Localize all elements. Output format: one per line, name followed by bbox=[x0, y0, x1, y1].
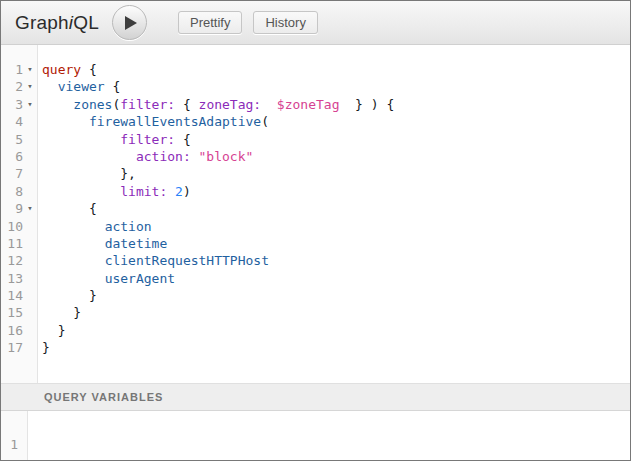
fold-spacer bbox=[23, 270, 37, 287]
code-token: } bbox=[42, 323, 65, 338]
code-token: limit: bbox=[120, 184, 167, 199]
code-line[interactable]: viewer { bbox=[42, 78, 630, 95]
code-token bbox=[42, 236, 105, 251]
fold-arrow-icon[interactable]: ▾ bbox=[23, 96, 37, 113]
code-token: filter: bbox=[120, 132, 175, 147]
code-token: firewallEventsAdaptive bbox=[89, 114, 261, 129]
gutter-row: 3▾ bbox=[1, 96, 37, 113]
gutter-row: 12 bbox=[1, 252, 37, 269]
code-token: { bbox=[175, 132, 191, 147]
line-number: 13 bbox=[1, 270, 23, 287]
prettify-button[interactable]: Prettify bbox=[178, 11, 242, 34]
line-number: 7 bbox=[1, 165, 23, 182]
code-token: query bbox=[42, 62, 81, 77]
fold-spacer bbox=[23, 235, 37, 252]
line-number: 11 bbox=[1, 235, 23, 252]
code-line[interactable]: { bbox=[42, 200, 630, 217]
code-token: clientRequestHTTPHost bbox=[105, 253, 269, 268]
code-token: datetime bbox=[105, 236, 168, 251]
code-token: { bbox=[105, 79, 121, 94]
code-line[interactable]: } bbox=[42, 322, 630, 339]
code-token: } bbox=[42, 305, 81, 320]
code-line[interactable]: action: "block" bbox=[42, 148, 630, 165]
code-token: ( bbox=[261, 114, 269, 129]
code-token bbox=[42, 132, 120, 147]
line-number: 3 bbox=[1, 96, 23, 113]
code-token: { bbox=[81, 62, 97, 77]
gutter-row: 14 bbox=[1, 287, 37, 304]
fold-spacer bbox=[23, 322, 37, 339]
code-token bbox=[261, 97, 277, 112]
line-number: 5 bbox=[1, 131, 23, 148]
code-token bbox=[42, 97, 73, 112]
line-number: 12 bbox=[1, 252, 23, 269]
line-number: 16 bbox=[1, 322, 23, 339]
code-line[interactable]: } bbox=[42, 304, 630, 321]
code-line[interactable]: action bbox=[42, 218, 630, 235]
fold-spacer bbox=[23, 183, 37, 200]
line-number: 14 bbox=[1, 287, 23, 304]
fold-arrow-icon[interactable]: ▾ bbox=[23, 61, 37, 78]
code-line[interactable]: userAgent bbox=[42, 270, 630, 287]
gutter-row: 16 bbox=[1, 322, 37, 339]
code-token bbox=[191, 149, 199, 164]
query-variables-title: QUERY VARIABLES bbox=[44, 391, 163, 403]
gutter-row: 10 bbox=[1, 218, 37, 235]
line-number: 9 bbox=[1, 200, 23, 217]
variables-editor[interactable]: 1 {"zoneTag":""} bbox=[1, 411, 630, 460]
code-line[interactable]: clientRequestHTTPHost bbox=[42, 252, 630, 269]
code-line[interactable]: query { bbox=[42, 61, 630, 78]
code-line[interactable]: datetime bbox=[42, 235, 630, 252]
line-number: 17 bbox=[1, 339, 23, 356]
code-line[interactable]: zones(filter: { zoneTag: $zoneTag } ) { bbox=[42, 96, 630, 113]
query-variables-header[interactable]: QUERY VARIABLES bbox=[1, 383, 630, 411]
code-token: $zoneTag bbox=[277, 97, 340, 112]
fold-spacer bbox=[23, 252, 37, 269]
code-line[interactable]: firewallEventsAdaptive( bbox=[42, 113, 630, 130]
history-button[interactable]: History bbox=[253, 11, 317, 34]
code-token bbox=[42, 253, 105, 268]
code-line[interactable]: filter: { bbox=[42, 131, 630, 148]
gutter-row: 1▾ bbox=[1, 61, 37, 78]
gutter-row: 15 bbox=[1, 304, 37, 321]
fold-arrow-icon[interactable]: ▾ bbox=[23, 200, 37, 217]
fold-spacer bbox=[23, 131, 37, 148]
code-line[interactable]: limit: 2) bbox=[42, 183, 630, 200]
code-token: action: bbox=[136, 149, 191, 164]
line-number: 6 bbox=[1, 148, 23, 165]
logo-text: Graph bbox=[15, 12, 69, 33]
line-number: 10 bbox=[1, 218, 23, 235]
gutter-row: 17 bbox=[1, 339, 37, 356]
code-token: } ) { bbox=[339, 97, 394, 112]
variables-code[interactable]: {"zoneTag":""} bbox=[28, 411, 630, 460]
query-code[interactable]: query { viewer { zones(filter: { zoneTag… bbox=[38, 45, 630, 383]
code-line[interactable]: }, bbox=[42, 165, 630, 182]
code-token bbox=[42, 184, 120, 199]
code-token: action bbox=[105, 219, 152, 234]
line-number: 1 bbox=[1, 61, 23, 78]
code-token bbox=[42, 219, 105, 234]
code-token: "block" bbox=[199, 149, 254, 164]
execute-button[interactable] bbox=[112, 5, 147, 40]
gutter-row: 6 bbox=[1, 148, 37, 165]
query-editor[interactable]: 1▾2▾3▾456789▾1011121314151617 query { vi… bbox=[1, 45, 630, 383]
gutter-row: 9▾ bbox=[1, 200, 37, 217]
code-token: { bbox=[175, 97, 198, 112]
line-number: 8 bbox=[1, 183, 23, 200]
fold-spacer bbox=[23, 148, 37, 165]
gutter-row: 7 bbox=[1, 165, 37, 182]
fold-spacer bbox=[23, 165, 37, 182]
code-line[interactable]: } bbox=[42, 287, 630, 304]
query-gutter: 1▾2▾3▾456789▾1011121314151617 bbox=[1, 45, 38, 383]
code-token bbox=[42, 149, 136, 164]
gutter-row: 5 bbox=[1, 131, 37, 148]
fold-arrow-icon[interactable]: ▾ bbox=[23, 78, 37, 95]
fold-spacer bbox=[23, 287, 37, 304]
code-line[interactable]: } bbox=[42, 339, 630, 356]
code-token: zoneTag: bbox=[199, 97, 262, 112]
code-token: viewer bbox=[58, 79, 105, 94]
fold-spacer bbox=[23, 304, 37, 321]
code-token: { bbox=[42, 201, 97, 216]
code-token bbox=[42, 271, 105, 286]
code-token: ) bbox=[183, 184, 191, 199]
